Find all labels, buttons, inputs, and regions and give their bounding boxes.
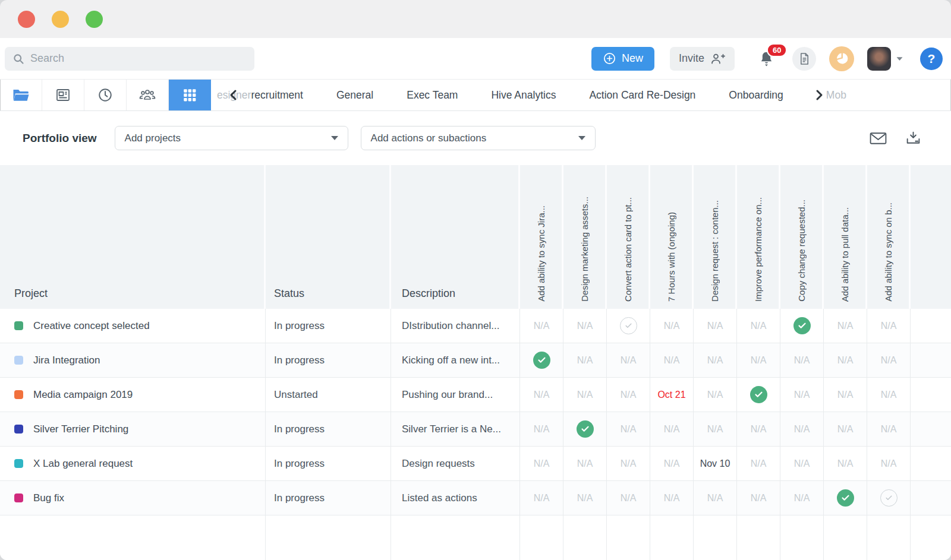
action-cell[interactable]: N/A — [520, 447, 563, 480]
notifications-button[interactable]: 60 — [758, 50, 774, 67]
action-cell[interactable]: N/A — [563, 309, 607, 343]
action-cell[interactable]: Oct 21 — [650, 378, 694, 412]
invite-button[interactable]: Invite — [670, 47, 735, 71]
action-cell[interactable]: N/A — [737, 481, 780, 515]
status-cell[interactable]: In progress — [266, 481, 391, 515]
column-header-action-3[interactable]: 7 Hours with (ongoing) — [650, 165, 694, 309]
action-cell[interactable]: N/A — [520, 309, 563, 343]
uncompleted-check-icon[interactable] — [880, 489, 898, 507]
action-cell[interactable]: N/A — [694, 481, 737, 515]
action-cell[interactable]: N/A — [867, 309, 911, 343]
description-cell[interactable]: Design requests — [391, 447, 520, 480]
action-cell[interactable]: N/A — [780, 412, 824, 446]
action-cell[interactable] — [867, 481, 911, 515]
add-projects-dropdown[interactable]: Add projects — [115, 126, 348, 150]
action-cell[interactable] — [607, 309, 650, 343]
description-cell[interactable]: Kicking off a new int... — [391, 343, 520, 377]
tab-designer-recruitment[interactable]: esigner recruitment — [211, 80, 320, 110]
action-cell[interactable]: N/A — [650, 481, 694, 515]
status-cell[interactable]: Unstarted — [266, 378, 391, 412]
analytics-button[interactable] — [829, 46, 854, 71]
action-cell[interactable]: N/A — [737, 309, 780, 343]
status-cell[interactable]: In progress — [266, 309, 391, 343]
action-cell[interactable]: N/A — [824, 343, 867, 377]
tab-projects[interactable] — [0, 80, 42, 110]
action-cell[interactable] — [563, 412, 607, 446]
action-cell[interactable]: N/A — [563, 343, 607, 377]
description-cell[interactable]: Silver Terrier is a Ne... — [391, 412, 520, 446]
action-cell[interactable]: N/A — [563, 378, 607, 412]
action-cell[interactable]: N/A — [824, 447, 867, 480]
traffic-light-close[interactable] — [18, 11, 35, 28]
description-cell[interactable]: Listed as actions — [391, 481, 520, 515]
action-cell[interactable] — [520, 343, 563, 377]
search-box[interactable] — [5, 47, 254, 71]
action-cell[interactable]: N/A — [607, 447, 650, 480]
email-share-button[interactable] — [869, 131, 887, 145]
action-cell[interactable]: N/A — [650, 412, 694, 446]
status-cell[interactable]: In progress — [266, 412, 391, 446]
action-cell[interactable]: N/A — [694, 412, 737, 446]
action-cell[interactable]: N/A — [867, 343, 911, 377]
column-header-action-7[interactable]: Add ability to pull data... — [824, 165, 867, 309]
help-button[interactable]: ? — [920, 48, 943, 70]
search-input[interactable] — [30, 52, 247, 65]
tab-portfolio-grid[interactable] — [169, 80, 211, 110]
column-header-action-2[interactable]: Convert action card to pt... — [607, 165, 650, 309]
action-cell[interactable]: N/A — [824, 309, 867, 343]
action-cell[interactable]: N/A — [607, 343, 650, 377]
column-header-action-4[interactable]: Design request : conten... — [694, 165, 737, 309]
tab-team[interactable] — [127, 80, 169, 110]
action-cell[interactable]: N/A — [867, 378, 911, 412]
tab-action-card-re-design[interactable]: Action Card Re-Design — [572, 80, 712, 110]
action-cell[interactable]: N/A — [780, 343, 824, 377]
action-cell[interactable]: N/A — [607, 412, 650, 446]
action-cell[interactable]: N/A — [694, 309, 737, 343]
column-header-action-1[interactable]: Design marketing assets... — [563, 165, 607, 309]
column-header-action-0[interactable]: Add ability to sync Jira... — [520, 165, 563, 309]
traffic-light-minimize[interactable] — [52, 11, 69, 28]
chevron-left-icon[interactable] — [229, 89, 238, 101]
action-cell[interactable]: N/A — [607, 481, 650, 515]
action-cell[interactable]: N/A — [650, 447, 694, 480]
avatar-menu-caret[interactable] — [896, 56, 903, 61]
completed-check-icon[interactable] — [577, 420, 594, 438]
uncompleted-check-icon[interactable] — [620, 317, 637, 334]
action-cell[interactable]: N/A — [780, 447, 824, 480]
column-header-action-6[interactable]: Copy change requested... — [780, 165, 824, 309]
tab-exec-team[interactable]: Exec Team — [390, 80, 474, 110]
description-cell[interactable]: Pushing our brand... — [391, 378, 520, 412]
tab-general[interactable]: General — [320, 80, 390, 110]
project-name-cell[interactable]: Creative concept selected — [0, 309, 266, 343]
notes-button[interactable] — [792, 47, 816, 71]
action-cell[interactable]: N/A — [520, 378, 563, 412]
tab-feed[interactable] — [42, 80, 84, 110]
user-avatar[interactable] — [867, 47, 891, 71]
column-header-action-5[interactable]: Improve performance on... — [737, 165, 780, 309]
action-cell[interactable]: N/A — [694, 378, 737, 412]
action-cell[interactable]: N/A — [650, 309, 694, 343]
tab-onboarding[interactable]: Onboarding — [712, 80, 799, 110]
project-name-cell[interactable]: Silver Terrier Pitching — [0, 412, 266, 446]
tab-hive-analytics[interactable]: Hive Analytics — [474, 80, 572, 110]
action-cell[interactable]: N/A — [563, 481, 607, 515]
action-cell[interactable]: N/A — [520, 481, 563, 515]
action-cell[interactable]: N/A — [867, 412, 911, 446]
action-cell[interactable] — [824, 481, 867, 515]
action-cell[interactable]: N/A — [824, 412, 867, 446]
action-cell[interactable]: N/A — [867, 447, 911, 480]
project-name-cell[interactable]: Bug fix — [0, 481, 266, 515]
action-cell[interactable]: Nov 10 — [694, 447, 737, 480]
action-cell[interactable]: N/A — [520, 412, 563, 446]
action-cell[interactable]: N/A — [694, 343, 737, 377]
project-name-cell[interactable]: Media campaign 2019 — [0, 378, 266, 412]
tab-time[interactable] — [84, 80, 127, 110]
action-cell[interactable]: N/A — [737, 343, 780, 377]
action-cell[interactable]: N/A — [737, 447, 780, 480]
status-cell[interactable]: In progress — [266, 343, 391, 377]
action-cell[interactable] — [780, 309, 824, 343]
action-cell[interactable] — [737, 378, 780, 412]
tab-more-mob[interactable]: Mob — [800, 80, 846, 110]
action-cell[interactable]: N/A — [650, 343, 694, 377]
description-cell[interactable]: DIstribution channel... — [391, 309, 520, 343]
